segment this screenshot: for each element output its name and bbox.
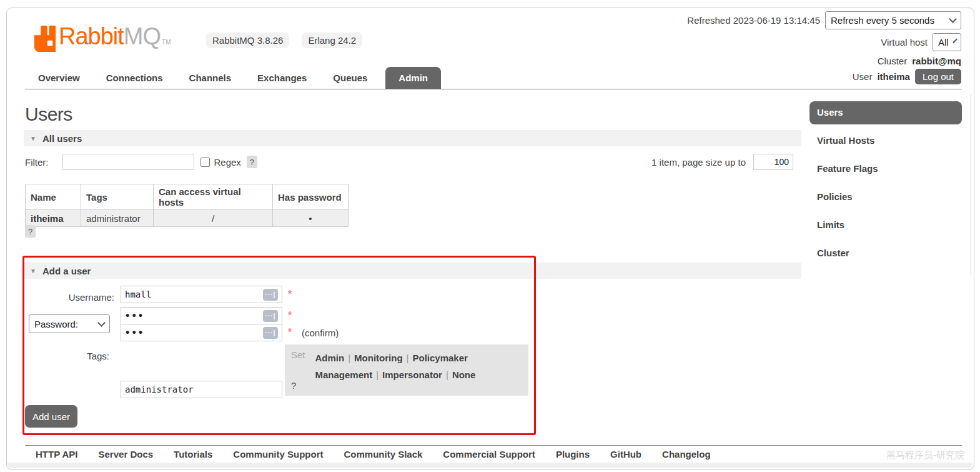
- footer-link-commercial-support[interactable]: Commercial Support: [443, 449, 535, 459]
- password-confirm-input[interactable]: [125, 324, 263, 341]
- sidebar-item-virtual-hosts[interactable]: Virtual Hosts: [809, 129, 962, 153]
- refresh-row: Refreshed 2023-06-19 13:14:45 Refresh ev…: [687, 11, 961, 29]
- tag-option-management[interactable]: Management: [315, 369, 373, 380]
- tab-overview[interactable]: Overview: [25, 67, 93, 89]
- virtual-host-label: Virtual host: [881, 37, 928, 48]
- tab-connections[interactable]: Connections: [93, 67, 176, 89]
- sidebar-item-cluster[interactable]: Cluster: [809, 242, 962, 265]
- footer-link-community-support[interactable]: Community Support: [233, 449, 323, 459]
- tab-admin[interactable]: Admin: [385, 67, 441, 89]
- sidebar-item-users[interactable]: Users: [809, 101, 962, 124]
- regex-label: Regex: [214, 157, 241, 168]
- password-type-select[interactable]: Password:: [29, 314, 110, 333]
- text-suggestion-icon[interactable]: ···|: [263, 310, 278, 322]
- required-asterisk: *: [288, 310, 292, 321]
- cluster-label: Cluster: [878, 56, 908, 66]
- users-table-header-row: Name Tags Can access virtual hosts Has p…: [26, 184, 349, 210]
- cluster-row: Cluster rabbit@mq: [878, 56, 961, 66]
- tag-separator: |: [442, 369, 452, 380]
- footer-link-plugins[interactable]: Plugins: [556, 449, 590, 459]
- logo-wordmark: RabbitMQ: [59, 23, 161, 50]
- username-label: Username:: [24, 292, 114, 303]
- table-help-icon[interactable]: ?: [25, 225, 36, 238]
- tag-separator: |: [403, 353, 413, 363]
- set-label: Set: [291, 349, 305, 360]
- admin-sidebar: Users Virtual Hosts Feature Flags Polici…: [809, 101, 962, 270]
- tags-label: Tags:: [19, 351, 109, 361]
- col-header-tags: Tags: [81, 184, 154, 210]
- sidebar-item-limits[interactable]: Limits: [809, 214, 962, 237]
- tag-option-policymaker[interactable]: Policymaker: [412, 353, 467, 363]
- virtual-host-select[interactable]: All: [933, 33, 961, 51]
- filter-input[interactable]: [62, 154, 194, 170]
- virtual-host-row: Virtual host All: [881, 33, 961, 51]
- chevron-down-icon: [97, 319, 106, 327]
- tag-option-none[interactable]: None: [452, 369, 476, 380]
- tags-help-icon[interactable]: ?: [291, 380, 305, 391]
- pagination-text: 1 item, page size up to: [651, 157, 746, 168]
- password-input[interactable]: [125, 308, 263, 324]
- filter-label: Filter:: [25, 157, 49, 168]
- username-field-box: ···|: [121, 286, 282, 303]
- text-suggestion-icon[interactable]: ···|: [263, 289, 278, 301]
- username-input[interactable]: [125, 286, 263, 303]
- tab-queues[interactable]: Queues: [320, 67, 380, 89]
- page-size-input[interactable]: [753, 154, 793, 170]
- footer-link-http-api[interactable]: HTTP API: [36, 449, 78, 459]
- page-title: Users: [25, 104, 72, 125]
- tags-input[interactable]: [125, 381, 278, 398]
- app-frame: RabbitMQ TM RabbitMQ 3.8.26 Erlang 24.2 …: [0, 0, 980, 472]
- tag-option-monitoring[interactable]: Monitoring: [354, 353, 402, 363]
- required-asterisk: *: [288, 289, 292, 300]
- table-row: itheima administrator / •: [26, 210, 349, 227]
- pagination-row: 1 item, page size up to: [651, 154, 793, 170]
- logo-text-mq: MQ: [124, 23, 161, 49]
- regex-checkbox[interactable]: [200, 158, 210, 167]
- user-tags-cell: administrator: [81, 210, 154, 227]
- tag-option-impersonator[interactable]: Impersonator: [382, 369, 442, 380]
- refreshed-timestamp: Refreshed 2023-06-19 13:14:45: [687, 15, 820, 26]
- password-confirm-field-box: ···|: [121, 324, 282, 341]
- sidebar-divider: [971, 94, 971, 275]
- footer-link-server-docs[interactable]: Server Docs: [99, 449, 154, 459]
- rabbitmq-version-badge: RabbitMQ 3.8.26: [206, 33, 289, 48]
- rabbitmq-logo[interactable]: RabbitMQ TM: [32, 23, 171, 53]
- tag-option-links: Admin|Monitoring|Policymaker Management|…: [315, 349, 476, 391]
- bottom-strip: [7, 463, 973, 468]
- filter-help-icon[interactable]: ?: [247, 156, 257, 168]
- tab-exchanges[interactable]: Exchanges: [244, 67, 320, 89]
- footer-link-tutorials[interactable]: Tutorials: [174, 449, 212, 459]
- footer-divider: [25, 445, 962, 446]
- sidebar-item-feature-flags[interactable]: Feature Flags: [809, 158, 962, 181]
- tags-options-box: Set ? Admin|Monitoring|Policymaker Manag…: [285, 344, 528, 396]
- watermark-text: 黑马程序员-研究院: [886, 449, 964, 461]
- tag-option-admin[interactable]: Admin: [315, 353, 345, 363]
- text-suggestion-icon[interactable]: ···|: [263, 327, 278, 339]
- refresh-interval-value: Refresh every 5 seconds: [831, 15, 934, 26]
- confirm-note: (confirm): [302, 328, 339, 338]
- add-user-button[interactable]: Add user: [25, 405, 77, 428]
- sidebar-item-policies[interactable]: Policies: [809, 186, 962, 209]
- logo-text-rabbit: Rabbit: [59, 23, 124, 49]
- footer-link-github[interactable]: GitHub: [610, 449, 641, 459]
- main-tabbar: Overview Connections Channels Exchanges …: [25, 66, 962, 89]
- filter-row: Filter: Regex ?: [25, 154, 257, 170]
- footer-link-community-slack[interactable]: Community Slack: [344, 449, 422, 459]
- all-users-section-header[interactable]: ▼ All users: [24, 130, 801, 146]
- user-name-cell[interactable]: itheima: [26, 210, 81, 227]
- chevron-down-icon: [953, 38, 958, 43]
- user-name-link[interactable]: itheima: [31, 213, 64, 224]
- user-has-password-cell: •: [273, 210, 349, 227]
- chevron-down-icon: [949, 15, 957, 23]
- tag-separator: |: [372, 369, 382, 380]
- add-user-section-header[interactable]: ▼ Add a user: [24, 263, 801, 279]
- required-asterisk: *: [288, 327, 292, 338]
- version-badges: RabbitMQ 3.8.26 Erlang 24.2: [206, 33, 362, 48]
- rabbitmq-logo-icon: [32, 25, 56, 53]
- logo-trademark: TM: [162, 39, 171, 46]
- col-header-has-password: Has password: [273, 184, 349, 210]
- footer-links: HTTP API Server Docs Tutorials Community…: [36, 449, 711, 459]
- footer-link-changelog[interactable]: Changelog: [662, 449, 711, 459]
- refresh-interval-select[interactable]: Refresh every 5 seconds: [825, 11, 961, 29]
- tab-channels[interactable]: Channels: [176, 67, 245, 89]
